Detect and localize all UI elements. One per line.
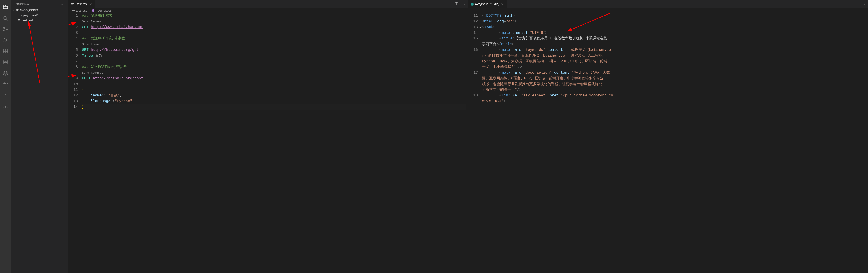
- layers-icon[interactable]: [0, 67, 11, 78]
- tabs-bar: test.rest ···: [68, 0, 468, 8]
- rest-file-icon: [70, 2, 74, 6]
- tabs-bar: Response(719ms) ···: [468, 0, 868, 8]
- line-gutter: 1112131415161718: [468, 13, 482, 273]
- code-line: 为所学专业的高手。"/>: [482, 87, 866, 93]
- minimap[interactable]: [457, 14, 468, 27]
- code-line: <meta charset="UTF-8">: [482, 30, 866, 36]
- search-icon[interactable]: [0, 13, 11, 24]
- svg-rect-6: [3, 51, 5, 53]
- more-actions-icon[interactable]: ···: [461, 2, 465, 6]
- tab-response[interactable]: Response(719ms): [468, 0, 507, 8]
- tree-file-test-rest[interactable]: test.rest: [11, 18, 68, 23]
- send-request-codelens[interactable]: Send Request: [82, 20, 103, 23]
- code-line: <!DOCTYPE html>: [482, 13, 866, 19]
- split-editor-icon[interactable]: [455, 2, 458, 6]
- brace: {: [82, 88, 84, 92]
- svg-point-9: [4, 60, 7, 61]
- svg-rect-8: [6, 49, 7, 51]
- svg-rect-14: [4, 93, 7, 97]
- chevron-down-icon: [12, 8, 16, 12]
- root-folder-label: DJANGO_CODE3: [16, 9, 38, 12]
- close-icon[interactable]: [501, 2, 504, 6]
- breadcrumbs[interactable]: test.rest POST /post: [68, 8, 468, 13]
- code-line: <title>【官方】百战程序员_IT在线教育培训机构_体系课程在线: [482, 36, 866, 42]
- line-gutter: 1 2 3 4 5 6 7 8 9 10 11 12 13 14: [68, 13, 82, 273]
- more-actions-icon[interactable]: ···: [861, 2, 865, 6]
- explorer-icon[interactable]: [0, 2, 11, 13]
- file-label: test.rest: [22, 19, 33, 22]
- tab-label: test.rest: [77, 2, 87, 6]
- code-line: 据、互联网架构、C语言、PHP、区块链、前端开发、中小学编程等多个专业: [482, 76, 866, 81]
- sidebar-more-icon[interactable]: ···: [61, 2, 65, 6]
- run-debug-icon[interactable]: [0, 35, 11, 46]
- chevron-right-icon: [17, 13, 21, 17]
- http-url[interactable]: http://httpbin.org/post: [93, 76, 143, 81]
- svg-rect-13: [5, 83, 5, 83]
- source-control-icon[interactable]: [0, 24, 11, 35]
- sidebar-title: 资源管理器: [16, 2, 29, 6]
- json-key: "name": [91, 93, 104, 98]
- http-method: GET: [82, 48, 89, 52]
- http-method: POST: [82, 76, 91, 81]
- tree-folder-django-rest1[interactable]: django_rest1: [11, 12, 68, 18]
- editor-group-right: Response(719ms) ··· 1112131415161718 <!D…: [468, 0, 868, 273]
- code-line: ⌄<head>: [482, 24, 866, 30]
- close-icon[interactable]: [89, 2, 92, 6]
- tabs-actions: ···: [859, 0, 868, 8]
- svg-point-2: [4, 30, 5, 31]
- svg-point-3: [6, 29, 7, 30]
- code-line: 学习平台</title>: [482, 42, 866, 47]
- svg-point-4: [4, 42, 4, 42]
- settings-icon[interactable]: [0, 100, 11, 111]
- activity-bar: [0, 0, 11, 273]
- json-value: "百战": [108, 93, 120, 98]
- code-comment: ### 发送GET请求,带参数: [82, 36, 125, 40]
- code-line: <html lang="en">: [482, 19, 866, 24]
- extensions-icon[interactable]: [0, 46, 11, 57]
- tree-root[interactable]: DJANGO_CODE3: [11, 8, 68, 12]
- docker-icon[interactable]: [0, 78, 11, 89]
- code-line: Python、JAVA、大数据、互联网架构、C语言、PHP(700集)、区块链、…: [482, 59, 866, 64]
- code-content[interactable]: ### 发送GET请求 Send Request GET http://www.…: [82, 13, 468, 273]
- http-url[interactable]: http://httpbin.org/get: [91, 48, 138, 52]
- svg-point-1: [4, 27, 5, 28]
- code-editor[interactable]: 1 2 3 4 5 6 7 8 9 10 11 12 13 14 ### 发送G…: [68, 13, 468, 273]
- svg-point-0: [4, 17, 7, 20]
- tabs-actions: ···: [452, 0, 468, 8]
- editor-group-left: test.rest ··· test.rest POST /post 1: [68, 0, 468, 273]
- code-line: <link rel="stylesheet" href="/public/new…: [482, 93, 866, 99]
- http-url[interactable]: http://www.itbaizhan.com: [91, 25, 143, 29]
- code-comment: ### 发送POST请求,带参数: [82, 65, 127, 69]
- explorer-sidebar: 资源管理器 ··· DJANGO_CODE3 django_rest1 test…: [11, 0, 68, 273]
- sidebar-header: 资源管理器 ···: [11, 0, 68, 8]
- code-line: <meta name="keywords" content='百战程序员（bai…: [482, 47, 866, 53]
- chevron-right-icon: [87, 9, 91, 12]
- code-content[interactable]: <!DOCTYPE html><html lang="en">⌄<head> <…: [482, 13, 868, 273]
- rest-file-icon: [17, 18, 21, 22]
- brace: }: [82, 105, 84, 109]
- json-key: "language": [91, 99, 113, 103]
- book-icon[interactable]: [0, 89, 11, 100]
- code-line: s?v=1.0.4">: [482, 99, 866, 104]
- code-line: 开发、中小学编程"' />: [482, 64, 866, 70]
- response-icon: [470, 2, 474, 6]
- folder-label: django_rest1: [22, 13, 38, 17]
- tab-test-rest[interactable]: test.rest: [68, 0, 95, 8]
- code-line: <meta name="description" content="Python…: [482, 70, 866, 76]
- response-viewer[interactable]: 1112131415161718 <!DOCTYPE html><html la…: [468, 13, 868, 273]
- database-icon[interactable]: [0, 57, 11, 67]
- send-request-codelens[interactable]: Send Request: [82, 71, 103, 75]
- json-value: "Python": [115, 99, 132, 103]
- http-method: GET: [82, 25, 89, 29]
- code-line: m）是IT技能学习平台。百战程序员（baizhan.com）课程涉及"人工智能、: [482, 53, 866, 59]
- code-line: 领域，也会随着行业发展推出更多系统化的课程。让初学者一套课程就能成: [482, 81, 866, 87]
- breadcrumb-symbol[interactable]: POST /post: [92, 9, 111, 12]
- breadcrumb-file[interactable]: test.rest: [72, 9, 87, 12]
- svg-point-15: [5, 105, 6, 107]
- svg-rect-5: [3, 49, 5, 51]
- tab-label: Response(719ms): [475, 2, 499, 6]
- code-comment: ### 发送GET请求: [82, 14, 112, 18]
- svg-rect-7: [6, 51, 7, 53]
- send-request-codelens[interactable]: Send Request: [82, 43, 103, 46]
